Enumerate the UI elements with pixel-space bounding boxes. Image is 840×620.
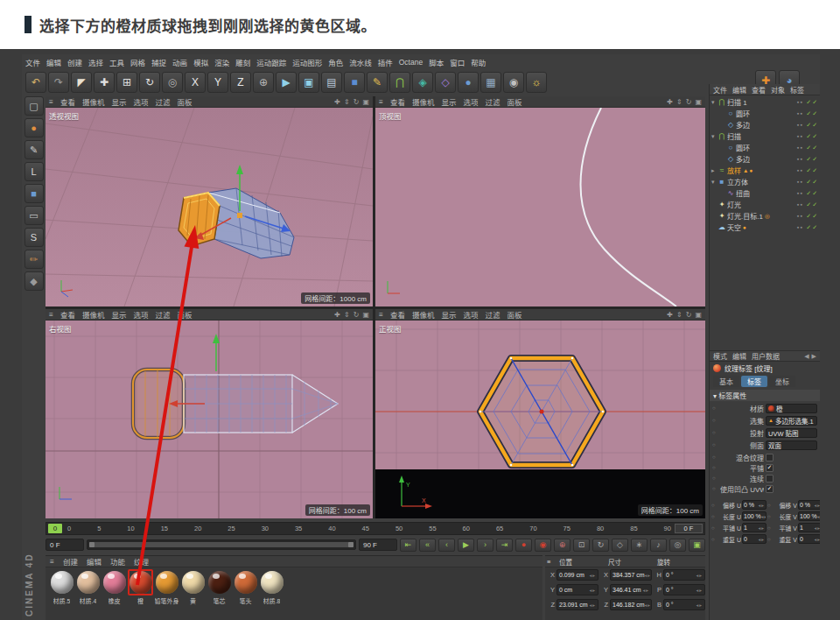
attribute-menu-item[interactable]: 编辑	[732, 351, 746, 361]
menu-item[interactable]: 渲染	[214, 57, 229, 67]
object-manager-menu-item[interactable]: 编辑	[732, 85, 746, 95]
spinner-icon[interactable]: ◂▸	[696, 573, 703, 578]
expander-icon[interactable]: ▾	[711, 133, 718, 140]
top-canvas[interactable]	[375, 108, 705, 306]
panel-burger-icon[interactable]: ≡	[49, 310, 53, 319]
numeric-field[interactable]: 0 %◂▸	[742, 500, 766, 510]
menu-item[interactable]: 创建	[67, 57, 82, 67]
attribute-tab[interactable]: 坐标	[769, 376, 795, 387]
pan-view-icon[interactable]: ✚	[334, 311, 340, 319]
visibility-dots-icon[interactable]: ●●	[797, 180, 803, 184]
expander-icon[interactable]: ▾	[711, 99, 718, 106]
spinner-icon[interactable]: ◂▸	[758, 525, 765, 531]
enable-checks-icon[interactable]: ✓✓	[806, 213, 818, 220]
viewport-menu-item[interactable]: 查看	[390, 309, 405, 320]
spinner-icon[interactable]: ◂▸	[642, 588, 649, 593]
material-item[interactable]: 橙	[128, 571, 153, 605]
rotation-field[interactable]: 0 °◂▸	[663, 599, 705, 610]
zoom-view-icon[interactable]: ⇕	[344, 98, 350, 106]
anim-dot-icon[interactable]: ○	[767, 514, 774, 519]
deformers-icon[interactable]: ◇	[435, 72, 456, 93]
spinner-icon[interactable]: ◂▸	[696, 588, 703, 593]
spline-pen-icon[interactable]: ✎	[367, 72, 388, 93]
toggle-view-icon[interactable]: ▣	[695, 98, 702, 106]
numeric-field[interactable]: 1◂▸	[742, 523, 766, 532]
rotate-view-icon[interactable]: ↻	[686, 311, 692, 319]
nav-forward-icon[interactable]: ▶	[812, 353, 816, 360]
primitive-cube-icon[interactable]: ■	[344, 72, 365, 93]
object-tag-icons[interactable]: ◎	[765, 213, 771, 220]
generators-icon[interactable]: ⋂	[389, 72, 410, 93]
enable-checks-icon[interactable]: ✓✓	[806, 179, 818, 186]
checkbox[interactable]	[766, 454, 774, 461]
viewport-menu-item[interactable]: 过滤	[486, 96, 500, 107]
render-picture-viewer-icon[interactable]: ▣	[298, 72, 319, 93]
zoom-view-icon[interactable]: ⇕	[676, 98, 682, 106]
checkbox[interactable]: ✓	[766, 485, 774, 493]
spinner-icon[interactable]: ◂▸	[761, 514, 766, 519]
viewport-menu-item[interactable]: 过滤	[156, 96, 171, 107]
sound-button[interactable]: ♪	[650, 539, 667, 552]
toggle-view-icon[interactable]: ▣	[362, 98, 369, 106]
visibility-dots-icon[interactable]: ●●	[797, 191, 803, 195]
redo-icon[interactable]: ↷	[48, 72, 69, 93]
point-level-animation-button[interactable]: ∗	[631, 539, 648, 552]
next-frame-button[interactable]: ›	[477, 539, 494, 552]
range-slider[interactable]	[87, 539, 356, 550]
object-row[interactable]: ○ 圆环 ●● ✓✓	[710, 142, 820, 153]
size-field[interactable]: 146.182 cm◂▸	[610, 599, 652, 610]
spinner-icon[interactable]: ◂▸	[589, 573, 596, 578]
attribute-value-field[interactable]: ▲ 多边形选集.1	[766, 416, 817, 426]
object-manager-menu-item[interactable]: 查看	[752, 85, 766, 95]
pan-view-icon[interactable]: ✚	[667, 98, 673, 106]
material-sphere[interactable]	[234, 571, 257, 594]
viewport-menu-item[interactable]: 面板	[508, 96, 522, 107]
autokey-button[interactable]: ◉	[535, 539, 551, 552]
anim-dot-icon[interactable]: ○	[711, 537, 718, 542]
visibility-dots-icon[interactable]: ●●	[797, 111, 803, 116]
record-parameter-button[interactable]: ◇	[612, 539, 628, 552]
numeric-field[interactable]: 100 %◂▸	[742, 511, 766, 521]
viewport-perspective[interactable]: ≡ 查看摄像机显示选项过滤面板 ✚⇕↻▣ 透视视图	[46, 96, 373, 306]
object-row[interactable]: ▾ ■ 立方体 ●● ✓✓	[710, 176, 820, 187]
numeric-field[interactable]: 1◂▸	[798, 523, 820, 532]
clone-wall-icon[interactable]: ▦	[480, 72, 501, 93]
menu-item[interactable]: 脚本	[429, 57, 444, 67]
toggle-view-icon[interactable]: ▣	[695, 311, 702, 319]
menu-item[interactable]: 插件	[378, 57, 393, 67]
range-end-field[interactable]: 90 F	[359, 539, 397, 551]
viewport-menu-item[interactable]: 面板	[178, 309, 192, 320]
object-manager-menu-item[interactable]: 标签	[790, 85, 804, 95]
attribute-value-field[interactable]: UVW 贴图	[766, 428, 817, 438]
enable-checks-icon[interactable]: ✓✓	[806, 110, 818, 117]
position-field[interactable]: 0 cm◂▸	[556, 584, 598, 595]
attribute-section-header[interactable]: ▾ 标签属性	[710, 390, 820, 401]
viewport-menu-item[interactable]: 面板	[508, 309, 522, 320]
anim-dot-icon[interactable]: ○	[711, 525, 718, 531]
spinner-icon[interactable]: ◂▸	[817, 514, 820, 519]
object-row[interactable]: ▸ ≈ 放样 ▲● ●● ✓✓	[710, 165, 820, 176]
viewport-front[interactable]: ≡ 查看摄像机显示选项过滤面板 ✚⇕↻▣ 正视图	[375, 309, 705, 518]
material-sphere[interactable]	[77, 571, 100, 594]
toggle-view-icon[interactable]: ▣	[362, 311, 369, 319]
panel-burger-icon[interactable]: ≡	[547, 558, 559, 566]
visibility-dots-icon[interactable]: ●●	[797, 100, 803, 104]
material-sphere[interactable]	[51, 571, 74, 594]
x-axis-lock-icon[interactable]: X	[185, 72, 206, 93]
enable-checks-icon[interactable]: ✓✓	[806, 190, 818, 197]
material-sphere[interactable]	[208, 571, 231, 594]
viewport-menu-item[interactable]: 选项	[464, 309, 479, 320]
menu-item[interactable]: 工具	[109, 57, 124, 67]
material-item[interactable]: 笔头	[233, 571, 258, 605]
viewport-menu-item[interactable]: 显示	[442, 96, 457, 107]
material-sphere[interactable]	[261, 571, 284, 594]
spinner-icon[interactable]: ◂▸	[758, 537, 765, 542]
anim-dot-icon[interactable]: ○	[712, 486, 718, 491]
anim-dot-icon[interactable]: ○	[712, 476, 718, 481]
menu-item[interactable]: 文件	[25, 57, 40, 67]
attribute-value-field[interactable]: 双面	[766, 440, 817, 450]
anim-dot-icon[interactable]: ○	[712, 442, 718, 447]
rotate-view-icon[interactable]: ↻	[354, 98, 360, 106]
goto-start-button[interactable]: ⇤	[400, 539, 416, 552]
visibility-dots-icon[interactable]: ●●	[797, 123, 803, 127]
